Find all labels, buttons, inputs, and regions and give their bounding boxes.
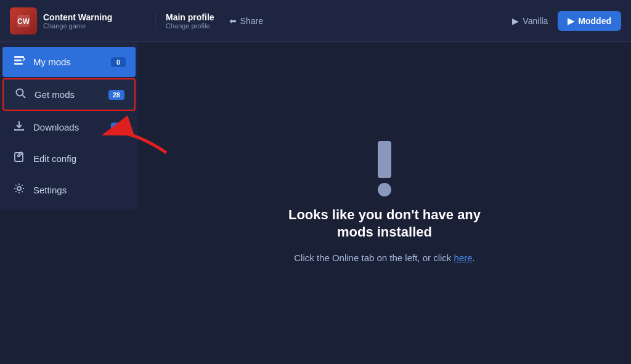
mods-icon (12, 54, 26, 70)
svg-point-5 (17, 89, 23, 96)
exclamation-bar (378, 141, 391, 178)
svg-rect-3 (14, 60, 22, 62)
profile-change-link[interactable]: Change profile (166, 22, 214, 30)
sidebar-item-get-mods[interactable]: Get mods 28 (2, 78, 136, 111)
modded-button[interactable]: ▶ Modded (558, 11, 621, 31)
vanilla-button[interactable]: ▶ Vanilla (512, 16, 548, 26)
empty-state-subtitle: Click the Online tab on the left, or cli… (294, 251, 475, 265)
edit-config-label: Edit config (33, 153, 126, 164)
share-icon: ⬅ (229, 16, 237, 26)
share-label: Share (240, 16, 263, 26)
modded-label: Modded (578, 16, 611, 26)
empty-link-suffix: . (473, 253, 475, 263)
content-area: Looks like you don't have any mods insta… (138, 42, 631, 364)
empty-state-link[interactable]: here (454, 253, 473, 263)
header: CW Content Warning Change game Main prof… (0, 0, 631, 42)
svg-rect-4 (14, 63, 23, 65)
download-icon (12, 119, 26, 135)
empty-state-icon (378, 141, 391, 196)
share-button[interactable]: ⬅ Share (229, 16, 263, 26)
modded-play-icon: ▶ (568, 16, 574, 26)
game-selector[interactable]: CW Content Warning Change game (10, 7, 145, 34)
main-area: My mods 0 Get mods 28 (0, 42, 631, 364)
game-title: Content Warning (43, 12, 112, 22)
sidebar-item-settings[interactable]: Settings (2, 175, 136, 205)
get-mods-badge: 28 (108, 90, 124, 100)
sidebar: My mods 0 Get mods 28 (0, 42, 138, 210)
game-change-link[interactable]: Change game (43, 22, 112, 30)
game-thumbnail: CW (10, 7, 37, 34)
exclamation-dot (378, 183, 391, 196)
empty-state-title: Looks like you don't have any mods insta… (274, 206, 495, 241)
edit-icon (12, 151, 26, 166)
vanilla-label: Vanilla (523, 16, 548, 26)
get-mods-label: Get mods (35, 89, 101, 100)
play-icon: ▶ (512, 16, 519, 26)
settings-icon (12, 182, 26, 198)
svg-text:CW: CW (17, 17, 30, 26)
profile-name: Main profile (166, 12, 214, 22)
empty-subtitle-text: Click the Online tab on the left, or cli… (294, 253, 451, 263)
sidebar-item-edit-config[interactable]: Edit config (2, 144, 136, 174)
sidebar-wrapper: My mods 0 Get mods 28 (0, 42, 138, 364)
my-mods-badge: 0 (111, 57, 126, 67)
profile-selector[interactable]: Main profile Change profile (155, 12, 214, 30)
my-mods-label: My mods (33, 57, 104, 67)
downloads-label: Downloads (33, 122, 104, 132)
svg-point-8 (17, 187, 21, 190)
svg-line-6 (23, 95, 26, 99)
search-icon (14, 87, 27, 102)
sidebar-item-downloads[interactable]: Downloads 0 (2, 112, 136, 142)
settings-label: Settings (33, 185, 126, 195)
game-info: Content Warning Change game (43, 12, 112, 30)
sidebar-item-my-mods[interactable]: My mods 0 (2, 47, 136, 77)
downloads-badge: 0 (111, 123, 126, 132)
